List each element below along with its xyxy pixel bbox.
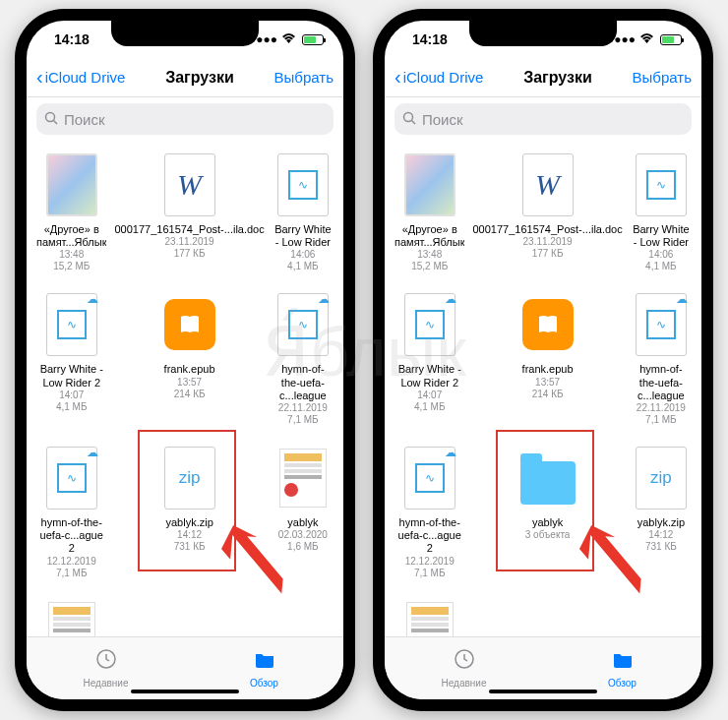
file-grid: «Другое» в памят...Яблык13:4815,2 МБW000… xyxy=(385,141,701,636)
file-item[interactable]: zipyablyk.zip14:12731 КБ xyxy=(112,438,266,585)
file-name: Barry White - Low Rider xyxy=(631,223,692,249)
audio-file-icon: ∿☁︎ xyxy=(277,293,329,356)
battery-icon xyxy=(660,34,682,45)
file-item[interactable] xyxy=(393,591,466,637)
cloud-download-icon: ☁︎ xyxy=(445,292,456,306)
zip-file-icon: zip xyxy=(164,447,215,510)
search-input[interactable]: Поиск xyxy=(394,103,692,135)
file-grid: «Другое» в памят...Яблык13:4815,2 МБW000… xyxy=(27,141,343,636)
audio-file-icon: ∿☁︎ xyxy=(404,447,455,510)
word-doc-icon: W xyxy=(522,153,574,216)
file-name: Barry White - Low Rider 2 xyxy=(36,363,106,389)
file-meta: 14:074,1 МБ xyxy=(414,390,446,413)
file-item[interactable]: W000177_161574_Post-...ila.doc23.11.2019… xyxy=(112,145,266,278)
file-item[interactable]: «Другое» в памят...Яблык13:4815,2 МБ xyxy=(34,145,108,278)
file-name: «Другое» в памят...Яблык xyxy=(36,223,106,249)
file-name: yablyk.zip xyxy=(114,516,264,529)
file-meta: 12.12.20197,1 МБ xyxy=(47,556,96,579)
file-item[interactable]: ∿Barry White - Low Rider14:064,1 МБ xyxy=(629,145,694,278)
file-meta: 14:12731 КБ xyxy=(645,529,677,553)
file-name: frank.epub xyxy=(472,363,622,376)
file-meta: 22.11.20197,1 МБ xyxy=(278,402,328,426)
file-item[interactable]: ∿☁︎Barry White - Low Rider 214:074,1 МБ xyxy=(393,284,466,432)
page-title: Загрузки xyxy=(165,69,234,87)
cloud-download-icon: ☁︎ xyxy=(676,292,688,306)
file-name: Barry White - Low Rider xyxy=(273,223,334,249)
audio-file-icon: ∿ xyxy=(636,153,687,216)
file-name: Barry White - Low Rider 2 xyxy=(394,363,464,389)
file-meta: 22.11.20197,1 МБ xyxy=(637,402,686,426)
file-name: hymn-of-the-uefa-c...ague 2 xyxy=(394,516,464,556)
svg-line-4 xyxy=(412,120,416,124)
select-button[interactable]: Выбрать xyxy=(274,69,334,86)
file-meta: 13:4815,2 МБ xyxy=(411,249,448,272)
select-button[interactable]: Выбрать xyxy=(633,69,692,86)
clock-icon xyxy=(454,648,475,676)
back-button[interactable]: ‹ iCloud Drive xyxy=(394,66,483,89)
file-meta: 13:4815,2 МБ xyxy=(53,249,90,272)
pdf-thumb-icon xyxy=(279,449,327,508)
home-indicator[interactable] xyxy=(131,690,239,693)
svg-point-3 xyxy=(404,112,413,121)
file-item[interactable]: yablyk3 объекта xyxy=(470,438,624,585)
audio-file-icon: ∿☁︎ xyxy=(46,447,97,510)
cloud-download-icon: ☁︎ xyxy=(87,446,98,459)
audio-file-icon: ∿ xyxy=(277,153,329,216)
file-meta: 14:064,1 МБ xyxy=(287,249,319,272)
nav-bar: ‹ iCloud Drive Загрузки Выбрать xyxy=(27,58,343,97)
wifi-icon xyxy=(281,32,296,46)
notch xyxy=(469,21,617,46)
file-meta: 13:57214 КБ xyxy=(174,377,206,400)
cloud-download-icon: ☁︎ xyxy=(87,292,98,306)
pdf-thumb-icon xyxy=(406,602,454,637)
file-name: «Другое» в памят...Яблык xyxy=(394,223,464,249)
file-item[interactable]: ∿☁︎hymn-of-the-uefa-c...ague 212.12.2019… xyxy=(393,438,466,585)
chevron-left-icon: ‹ xyxy=(394,66,401,89)
status-indicators: ●●●● xyxy=(607,32,682,46)
notch xyxy=(111,21,259,46)
clock-icon xyxy=(95,648,117,676)
file-item[interactable]: frank.epub13:57214 КБ xyxy=(470,284,624,432)
file-name: hymn-of-the-uefa-c...ague 2 xyxy=(36,516,106,556)
file-item[interactable]: ∿☁︎hymn-of-the-uefa-c...league22.11.2019… xyxy=(629,284,694,432)
file-meta: 23.11.2019177 КБ xyxy=(523,236,573,260)
zip-file-icon: zip xyxy=(636,447,687,510)
search-icon xyxy=(44,111,58,128)
file-item[interactable]: ∿Barry White - Low Rider14:064,1 МБ xyxy=(271,145,335,278)
file-item[interactable]: «Другое» в памят...Яблык13:4815,2 МБ xyxy=(393,145,466,278)
tab-recent-label: Недавние xyxy=(442,678,487,689)
file-name: yablyk.zip xyxy=(631,516,692,529)
file-name: yablyk xyxy=(273,516,334,529)
audio-file-icon: ∿☁︎ xyxy=(404,293,455,356)
home-indicator[interactable] xyxy=(489,690,597,693)
file-item[interactable]: frank.epub13:57214 КБ xyxy=(112,284,266,432)
status-time: 14:18 xyxy=(412,31,448,47)
folder-icon xyxy=(254,648,275,676)
status-time: 14:18 xyxy=(54,31,90,47)
search-input[interactable]: Поиск xyxy=(36,103,334,135)
book-icon xyxy=(522,299,574,350)
back-button[interactable]: ‹ iCloud Drive xyxy=(36,66,125,89)
file-meta: 14:074,1 МБ xyxy=(56,390,88,413)
folder-icon xyxy=(520,461,576,505)
file-item[interactable]: W000177_161574_Post-...ila.doc23.11.2019… xyxy=(470,145,624,278)
search-placeholder: Поиск xyxy=(64,111,105,128)
cloud-download-icon: ☁︎ xyxy=(445,446,456,459)
file-name: frank.epub xyxy=(114,363,264,376)
file-item[interactable]: ∿☁︎hymn-of-the-uefa-c...league22.11.2019… xyxy=(271,284,335,432)
image-thumb-icon xyxy=(404,153,455,216)
chevron-left-icon: ‹ xyxy=(36,66,43,89)
battery-icon xyxy=(302,34,324,45)
file-name: hymn-of-the-uefa-c...league xyxy=(631,363,692,402)
file-item[interactable] xyxy=(34,591,108,637)
file-name: yablyk xyxy=(472,516,622,529)
file-item[interactable]: zipyablyk.zip14:12731 КБ xyxy=(629,438,694,585)
phone-left: 14:18 ●●●● ‹ iCloud Drive Загрузки Выбра… xyxy=(15,9,355,711)
file-item[interactable]: ∿☁︎hymn-of-the-uefa-c...ague 212.12.2019… xyxy=(34,438,108,585)
search-icon xyxy=(402,111,416,128)
nav-bar: ‹ iCloud Drive Загрузки Выбрать xyxy=(385,58,701,97)
file-item[interactable]: ∿☁︎Barry White - Low Rider 214:074,1 МБ xyxy=(34,284,108,432)
file-item[interactable]: yablyk02.03.20201,6 МБ xyxy=(271,438,335,585)
tab-browse-label: Обзор xyxy=(608,678,637,689)
book-icon xyxy=(164,299,215,350)
